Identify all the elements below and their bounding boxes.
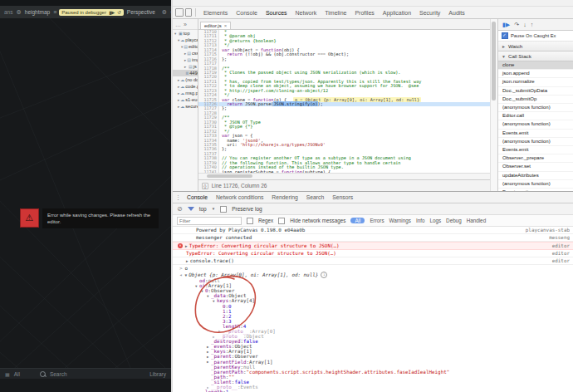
drawer-tab-rendering[interactable]: Rendering	[267, 193, 301, 202]
tree-arrow-icon[interactable]: ▾	[178, 38, 179, 42]
panel-tab-audits[interactable]: Audits	[444, 8, 468, 17]
source-link[interactable]: playcanvas-stab	[521, 228, 570, 233]
settings-gear-icon[interactable]: ⚙	[162, 9, 167, 16]
horizontal-scrollbar[interactable]	[198, 173, 490, 179]
scrollbar-thumb[interactable]	[207, 174, 252, 178]
filter-input[interactable]	[177, 217, 242, 225]
level-filter-debug[interactable]: Debug	[446, 218, 462, 223]
more-tabs-icon[interactable]: »	[184, 22, 187, 27]
level-filter-logs[interactable]: Logs	[429, 218, 441, 223]
navigator-item[interactable]: ▸▤js	[173, 63, 198, 70]
search-icon[interactable]	[40, 371, 46, 377]
call-stack-frame[interactable]: Doc._submitOpData	[498, 87, 573, 96]
call-stack-frame[interactable]: Events.emit	[498, 146, 573, 154]
pause-on-caught-checkbox[interactable]	[502, 32, 508, 39]
preserve-log-checkbox[interactable]	[220, 206, 227, 213]
call-stack-frame[interactable]: Editor.call	[498, 112, 573, 120]
source-link[interactable]: editor	[547, 258, 570, 263]
tree-arrow-icon[interactable]: ▸	[178, 98, 179, 102]
drawer-tab-network-conditions[interactable]: Network conditions	[212, 193, 267, 202]
call-stack-frame[interactable]: Events.emit	[498, 130, 573, 138]
watch-section-header[interactable]: ► Watch	[498, 42, 573, 51]
regex-checkbox[interactable]	[247, 218, 253, 224]
close-icon[interactable]: ×	[224, 23, 228, 28]
tree-arrow-icon[interactable]: ▾	[181, 45, 183, 49]
scene-name[interactable]: heightmap	[25, 9, 50, 15]
call-stack-section-header[interactable]: ▼ Call Stack	[498, 51, 573, 61]
navigator-item[interactable]: ▾☁playcanv	[173, 37, 198, 43]
tree-arrow-icon[interactable]: ▸	[178, 85, 179, 89]
expand-arrow-icon[interactable]: ▶	[186, 259, 189, 263]
tree-arrow-icon[interactable]: ▸	[178, 105, 179, 109]
drawer-tab-sensors[interactable]: Sensors	[328, 193, 357, 202]
hide-network-checkbox[interactable]	[278, 218, 285, 224]
panel-tab-application[interactable]: Application	[379, 8, 415, 17]
assets-search-label[interactable]: Search	[50, 371, 67, 377]
library-button[interactable]: Library	[149, 371, 166, 377]
call-stack-frame[interactable]: (anonymous function)	[498, 138, 573, 146]
navigator-item[interactable]: ▸▤img	[173, 56, 198, 63]
navigator-item[interactable]: ≣4490	[173, 70, 198, 76]
panel-tab-profiles[interactable]: Profiles	[350, 8, 378, 17]
navigator-item[interactable]: ▸☁secure.gr	[173, 103, 198, 110]
expand-arrow-icon[interactable]: ▼	[185, 273, 188, 277]
file-tab-editorjs[interactable]: editor.js ×	[200, 22, 231, 29]
tree-arrow-icon[interactable]: ▸	[184, 58, 186, 62]
filter-funnel-icon[interactable]	[188, 207, 194, 211]
resume-script-icon[interactable]: ▮▶	[502, 22, 510, 28]
menu-icon[interactable]: ≡	[53, 9, 56, 15]
drawer-menu-icon[interactable]: ⋮	[175, 194, 181, 201]
source-link[interactable]: editor	[547, 251, 570, 256]
level-filter-info[interactable]: Info	[416, 218, 425, 223]
assets-grid-icon[interactable]: ▦	[5, 371, 10, 377]
source-link[interactable]: messeng	[544, 235, 570, 240]
panel-tab-network[interactable]: Network	[291, 8, 321, 17]
panel-tab-sources[interactable]: Sources	[262, 8, 291, 17]
vertical-scrollbar[interactable]	[490, 19, 497, 191]
tree-arrow-icon[interactable]: ▸	[184, 51, 186, 56]
navigator-item[interactable]: ▾▤editor/s	[173, 43, 198, 50]
call-stack-frame[interactable]: (anonymous function)	[498, 104, 573, 112]
code-editor[interactable]: 11710 *11711 * @param obj11712 * @return…	[198, 30, 490, 173]
tree-arrow-icon[interactable]: ▸	[184, 65, 188, 69]
pretty-print-icon[interactable]: {}	[202, 183, 208, 189]
level-filter-all[interactable]: All	[350, 218, 365, 223]
expand-arrow-icon[interactable]: ▶	[185, 244, 188, 248]
source-link[interactable]: editor	[547, 243, 570, 248]
level-filter-warnings[interactable]: Warnings	[389, 218, 411, 223]
tree-arrow-icon[interactable]: ▸	[178, 91, 179, 96]
device-toolbar-icon[interactable]	[185, 8, 192, 17]
call-stack-frame[interactable]: Doc._submitOp	[498, 96, 573, 104]
call-stack-frame[interactable]: json.normalize	[498, 78, 573, 86]
panel-tab-timeline[interactable]: Timeline	[321, 8, 350, 17]
navigator-item[interactable]: ▸☁msg.playc	[173, 90, 198, 96]
step-over-icon[interactable]: ↷	[514, 22, 519, 28]
call-stack-frame[interactable]: (anonymous function)	[498, 120, 573, 129]
tree-arrow-icon[interactable]: ▾	[174, 32, 178, 36]
drawer-tab-console[interactable]: Console	[183, 193, 212, 202]
navigator-item[interactable]: ▸▤css	[173, 50, 198, 56]
drawer-tab-search[interactable]: Search	[302, 193, 329, 202]
navigator-item[interactable]: ▸☁(no doma	[173, 76, 198, 83]
panel-tab-elements[interactable]: Elements	[199, 8, 232, 17]
camera-mode-label[interactable]: Perspective	[127, 9, 155, 15]
panel-tab-security[interactable]: Security	[415, 8, 444, 17]
call-stack-frame[interactable]: Observer._prepare	[498, 154, 573, 163]
gear-icon[interactable]: ⚙	[16, 9, 21, 16]
assets-filter-all[interactable]: All	[14, 371, 20, 377]
step-out-icon[interactable]: ↑	[531, 22, 534, 27]
level-filter-errors[interactable]: Errors	[370, 218, 384, 223]
call-stack-frame[interactable]: (anonymous function)	[498, 180, 573, 189]
call-stack-frame[interactable]: updateAttributes	[498, 172, 573, 180]
resume-icon[interactable]: ▮▶	[109, 10, 115, 15]
overflow-icon[interactable]: …	[175, 22, 181, 27]
step-icon[interactable]: ↺	[117, 10, 121, 15]
level-filter-handled[interactable]: Handled	[467, 218, 486, 223]
clear-console-icon[interactable]: ⊘	[177, 205, 183, 213]
navigator-item[interactable]: ▾▣top	[173, 30, 198, 37]
tree-arrow-icon[interactable]: ▸	[178, 78, 179, 82]
call-stack-frame[interactable]: clone	[498, 61, 573, 70]
navigator-item[interactable]: ▸☁s1-eu-we	[173, 96, 198, 103]
object-tree-row[interactable]: ▶__proto__: Object	[173, 334, 573, 339]
call-stack-frame[interactable]: Observer.set	[498, 163, 573, 171]
